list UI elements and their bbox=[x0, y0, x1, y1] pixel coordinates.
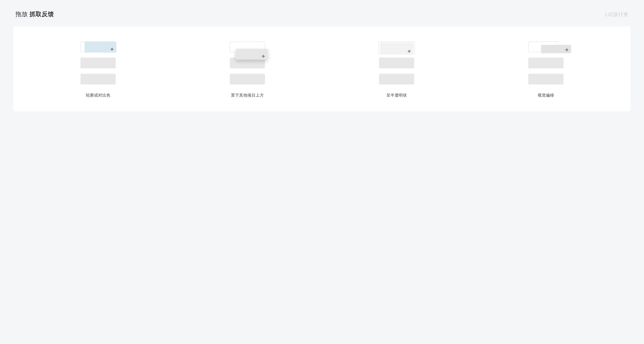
variant-caption: 呈半透明状 bbox=[386, 93, 407, 98]
variant-visual-offset: 视觉偏移 bbox=[476, 42, 616, 98]
move-icon bbox=[565, 48, 568, 52]
list-item[interactable] bbox=[528, 74, 564, 84]
list-item[interactable] bbox=[379, 74, 414, 84]
item-stack bbox=[379, 42, 414, 85]
list-item[interactable] bbox=[80, 58, 116, 68]
list-item[interactable] bbox=[379, 58, 414, 68]
dragged-item[interactable] bbox=[236, 49, 268, 60]
brand-label: LIZ设计夹 bbox=[605, 11, 628, 18]
list-item[interactable] bbox=[80, 74, 116, 84]
dragged-item[interactable] bbox=[84, 42, 116, 53]
variant-above-items: 置于其他项目上方 bbox=[178, 42, 317, 98]
dragged-item[interactable] bbox=[380, 43, 414, 55]
item-stack bbox=[230, 42, 265, 85]
list-item[interactable] bbox=[230, 74, 265, 84]
page-header: 拖放 抓取反馈 LIZ设计夹 bbox=[14, 10, 630, 26]
move-icon bbox=[262, 55, 265, 58]
title-prefix: 拖放 bbox=[16, 11, 28, 18]
move-icon bbox=[408, 50, 411, 53]
examples-panel: 轮廓或对比色 置于其他项目上方 bbox=[14, 26, 630, 111]
dragged-item[interactable] bbox=[541, 45, 571, 53]
variant-caption: 轮廓或对比色 bbox=[86, 93, 110, 98]
move-icon bbox=[110, 48, 114, 51]
variant-caption: 视觉偏移 bbox=[538, 93, 554, 98]
list-item[interactable] bbox=[528, 58, 564, 68]
item-stack bbox=[80, 42, 116, 85]
page-title: 拖放 抓取反馈 bbox=[16, 10, 54, 18]
variants-grid: 轮廓或对比色 置于其他项目上方 bbox=[28, 42, 616, 98]
variant-contrast-color: 轮廓或对比色 bbox=[28, 42, 168, 98]
variant-semi-transparent: 呈半透明状 bbox=[327, 42, 466, 98]
item-stack bbox=[528, 42, 564, 85]
variant-caption: 置于其他项目上方 bbox=[231, 93, 264, 98]
title-bold: 抓取反馈 bbox=[30, 11, 54, 18]
